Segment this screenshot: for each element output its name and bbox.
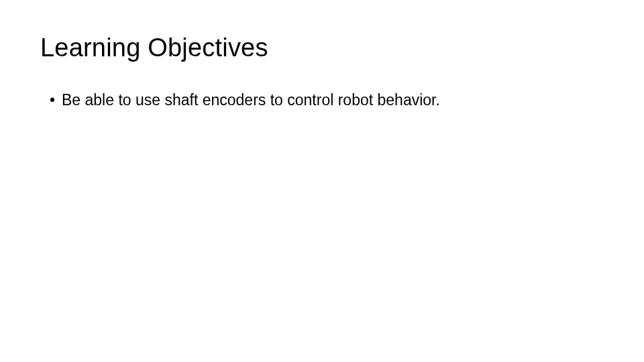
slide-title: Learning Objectives [40, 34, 604, 62]
bullet-list: Be able to use shaft encoders to control… [40, 89, 604, 111]
slide-container: Learning Objectives Be able to use shaft… [0, 0, 644, 362]
list-item: Be able to use shaft encoders to control… [52, 89, 604, 111]
